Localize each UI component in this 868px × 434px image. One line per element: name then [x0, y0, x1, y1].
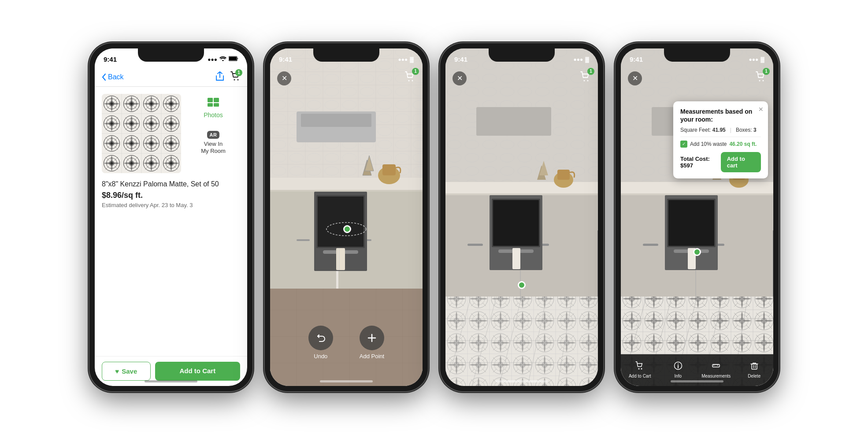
ar-dot-4 — [693, 248, 701, 256]
add-point-button[interactable]: Add Point — [360, 326, 384, 360]
svg-rect-30 — [297, 239, 310, 241]
notch-4 — [664, 48, 730, 62]
measurement-popup: ✕ Measurements based on your room: Squar… — [673, 101, 768, 178]
ar-close-button-2[interactable]: ✕ — [277, 71, 291, 85]
status-icons-4: ●●● ▓ — [749, 56, 765, 63]
waste-label: Add 10% waste — [690, 141, 727, 147]
ar-badge: AR — [207, 131, 220, 139]
svg-rect-78 — [557, 170, 570, 180]
svg-rect-110 — [668, 200, 714, 246]
popup-add-cart-button[interactable]: Add to cart — [721, 152, 761, 172]
svg-point-127 — [763, 80, 764, 81]
status-icons-1: ●●● — [208, 56, 238, 63]
sq-feet-value: 41.95 — [712, 127, 726, 133]
svg-rect-76 — [512, 248, 520, 269]
battery-icon — [229, 56, 238, 63]
time-4: 9:41 — [630, 56, 643, 63]
svg-rect-70 — [467, 244, 483, 246]
screen-ar-2: 9:41 ●●● ▓ ✕ 1 — [270, 48, 423, 386]
svg-rect-103 — [621, 193, 773, 195]
ar-label: View InMy Room — [201, 141, 226, 156]
popup-title: Measurements based on your room: — [680, 108, 761, 123]
waste-value: 46.20 sq ft. — [729, 141, 757, 147]
ar-cart-2[interactable]: 1 — [405, 71, 415, 84]
status-icons-3: ●●● ▓ — [574, 56, 590, 63]
total-label: Total Cost: — [680, 156, 710, 162]
svg-rect-19 — [208, 103, 213, 107]
trash-tab-icon — [750, 361, 759, 372]
svg-rect-65 — [445, 182, 598, 194]
cart-tab-icon — [635, 361, 644, 372]
svg-point-2 — [234, 79, 235, 80]
undo-button[interactable]: Undo — [308, 326, 333, 360]
svg-point-129 — [641, 368, 642, 370]
photos-button[interactable]: Photos — [186, 94, 240, 122]
svg-rect-74 — [493, 200, 539, 246]
share-icon[interactable] — [215, 71, 224, 83]
screen-ar-3: 9:41 ●●● ▓ ✕ 1 — [445, 48, 598, 386]
phones-container: 9:41 ●●● Back — [81, 34, 787, 400]
home-indicator-2 — [320, 380, 373, 382]
ar-cart-4[interactable]: 1 — [756, 71, 766, 84]
time-3: 9:41 — [454, 56, 467, 63]
popup-stats: Square Feet: 41.95 | Boxes: 3 — [680, 127, 761, 137]
signal-icon-4: ●●● — [749, 56, 759, 63]
tab-add-to-cart-label: Add to Cart — [629, 374, 651, 378]
ar-button[interactable]: AR View InMy Room — [186, 127, 240, 159]
add-point-label: Add Point — [360, 353, 384, 360]
product-image-area: Photos AR View InMy Room — [102, 94, 240, 173]
phone-1: 9:41 ●●● Back — [89, 43, 252, 391]
cart-badge-2: 1 — [412, 68, 419, 75]
tab-measurements[interactable]: Measurements — [697, 361, 735, 378]
sq-feet-label: Square Feet: 41.95 — [680, 127, 726, 133]
photos-label: Photos — [204, 111, 223, 119]
svg-rect-102 — [621, 182, 773, 194]
nav-bar-1: Back 1 — [95, 68, 247, 87]
tab-measurements-label: Measurements — [701, 374, 731, 378]
view-options: Photos AR View InMy Room — [186, 94, 240, 173]
home-indicator-4 — [671, 380, 723, 382]
waste-checkbox[interactable]: ✓ — [680, 141, 687, 148]
svg-point-132 — [678, 364, 679, 364]
tab-delete[interactable]: Delete — [735, 361, 774, 378]
status-icons-2: ●●● ▓ — [398, 56, 414, 63]
svg-rect-1 — [229, 57, 237, 60]
ar-close-button-3[interactable]: ✕ — [453, 71, 467, 85]
svg-rect-66 — [445, 193, 598, 195]
product-price: $8.96/sq ft. — [102, 191, 240, 200]
notch-2 — [313, 48, 379, 62]
back-button[interactable]: Back — [102, 73, 124, 81]
home-indicator-3 — [495, 380, 548, 382]
add-to-cart-button[interactable]: Add to Cart — [155, 362, 240, 381]
svg-rect-17 — [208, 98, 213, 102]
svg-point-126 — [759, 80, 760, 81]
ar-close-button-4[interactable]: ✕ — [628, 71, 642, 85]
svg-point-51 — [408, 80, 410, 81]
save-button[interactable]: ♥ Save — [102, 362, 151, 381]
boxes-label: Boxes: 3 — [736, 127, 757, 133]
svg-point-91 — [587, 80, 589, 81]
svg-point-3 — [237, 79, 239, 80]
svg-rect-18 — [214, 98, 219, 102]
ar-cart-3[interactable]: 1 — [580, 71, 591, 84]
svg-point-90 — [584, 80, 585, 81]
svg-rect-26 — [270, 178, 423, 191]
product-content: Photos AR View InMy Room 8"x8" Kenzzi Pa… — [95, 87, 247, 356]
time-1: 9:41 — [104, 56, 117, 63]
tab-add-to-cart[interactable]: Add to Cart — [621, 361, 659, 378]
cart-badge-3: 1 — [587, 68, 594, 75]
svg-rect-20 — [214, 103, 219, 107]
tab-info-label: Info — [674, 374, 682, 378]
ruler-tab-icon — [712, 361, 720, 372]
popup-close-button[interactable]: ✕ — [758, 106, 764, 113]
tab-info[interactable]: Info — [659, 361, 697, 378]
total-cost: Total Cost: $597 — [680, 156, 721, 169]
boxes-value: 3 — [753, 127, 757, 133]
add-point-circle — [360, 326, 384, 350]
svg-rect-42 — [382, 164, 396, 175]
undo-label: Undo — [314, 353, 327, 360]
scan-dot — [343, 225, 351, 233]
battery-icon-2: ▓ — [410, 56, 414, 63]
popup-total: Total Cost: $597 Add to cart — [680, 152, 761, 172]
back-label: Back — [108, 73, 124, 81]
